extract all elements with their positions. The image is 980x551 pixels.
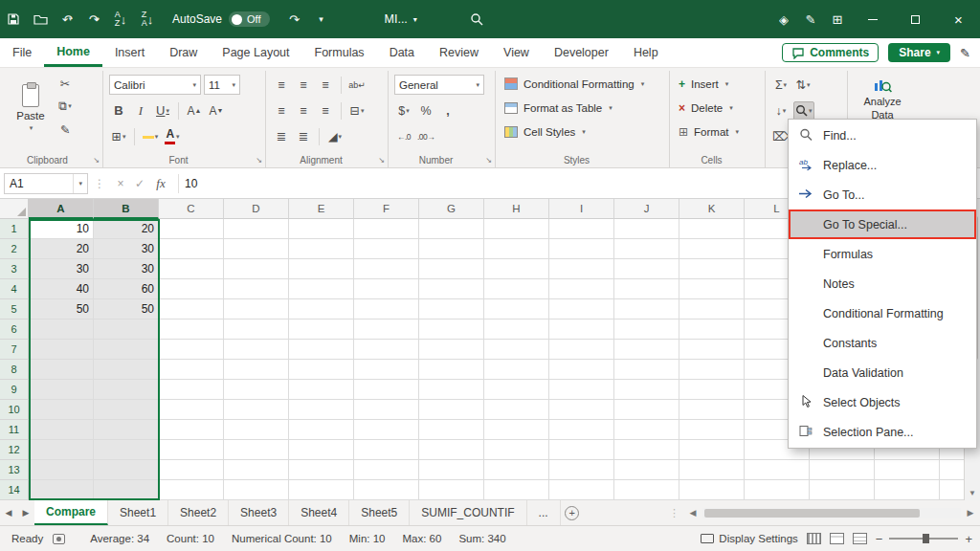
minimize-button[interactable] <box>851 0 894 38</box>
cell-A4[interactable]: 40 <box>29 279 94 299</box>
cell-H9[interactable] <box>484 380 549 400</box>
horizontal-scroll-thumb[interactable] <box>704 509 920 518</box>
autosave-toggle[interactable]: AutoSave Off <box>172 11 270 27</box>
cell-C11[interactable] <box>159 420 224 440</box>
cell-A3[interactable]: 30 <box>29 259 94 279</box>
cell-G11[interactable] <box>419 420 484 440</box>
cell-G3[interactable] <box>419 259 484 279</box>
cell-A2[interactable]: 20 <box>29 239 94 259</box>
fill-button[interactable]: ↓▾ <box>771 101 791 121</box>
formula-input[interactable]: 10 <box>185 177 197 190</box>
cell-K13[interactable] <box>679 460 745 480</box>
cell-F14[interactable] <box>354 480 419 500</box>
cell-B6[interactable] <box>94 320 159 340</box>
cell-G7[interactable] <box>419 340 484 360</box>
tab-data[interactable]: Data <box>377 38 427 67</box>
tab-view[interactable]: View <box>491 38 542 67</box>
cell-H11[interactable] <box>484 420 549 440</box>
cell-B4[interactable]: 60 <box>94 279 159 299</box>
scroll-right-icon[interactable]: ▶ <box>963 508 978 518</box>
cell-K9[interactable] <box>679 380 745 400</box>
cell-D3[interactable] <box>224 259 289 279</box>
cell-H10[interactable] <box>484 400 549 420</box>
cell-K6[interactable] <box>679 320 745 340</box>
status-stat-4[interactable]: Max: 60 <box>402 533 441 544</box>
cell-A12[interactable] <box>29 440 94 460</box>
sheet-tab-sheet1[interactable]: Sheet1 <box>108 500 168 525</box>
cell-G13[interactable] <box>419 460 484 480</box>
cell-C6[interactable] <box>159 320 224 340</box>
cell-E9[interactable] <box>289 380 354 400</box>
cell-G4[interactable] <box>419 279 484 299</box>
align-left-button[interactable]: ≡ <box>272 101 291 121</box>
cell-K10[interactable] <box>679 400 745 420</box>
zoom-slider[interactable] <box>889 538 958 540</box>
cell-H14[interactable] <box>484 480 549 500</box>
increase-font-size-button[interactable]: A▲ <box>185 101 204 121</box>
cell-C8[interactable] <box>159 360 224 380</box>
cell-C2[interactable] <box>159 239 224 259</box>
cell-D8[interactable] <box>224 360 289 380</box>
analyze-data-button[interactable]: Analyze Data <box>854 72 911 122</box>
cell-E11[interactable] <box>289 420 354 440</box>
status-stat-2[interactable]: Numerical Count: 10 <box>232 533 332 544</box>
cell-E2[interactable] <box>289 239 354 259</box>
page-break-view-button[interactable] <box>853 533 867 544</box>
menu-item-conditional-formatting[interactable]: Conditional Formatting <box>789 298 976 328</box>
cell-N13[interactable] <box>875 460 940 480</box>
cell-D6[interactable] <box>224 320 289 340</box>
cell-I12[interactable] <box>549 440 614 460</box>
splitter-handle-icon[interactable]: ⋮ <box>669 507 679 519</box>
column-header-a[interactable]: A <box>29 199 94 219</box>
cell-H1[interactable] <box>484 219 549 239</box>
row-header-6[interactable]: 6 <box>0 320 29 340</box>
cell-J13[interactable] <box>614 460 679 480</box>
menu-item-selection-pane[interactable]: Selection Pane... <box>789 417 976 447</box>
cell-M13[interactable] <box>810 460 875 480</box>
comments-button[interactable]: Comments <box>782 43 879 62</box>
save-icon[interactable] <box>0 0 27 38</box>
column-header-d[interactable]: D <box>224 199 289 219</box>
cell-E14[interactable] <box>289 480 354 500</box>
copy-button[interactable]: ⧉▾ <box>56 95 75 118</box>
menu-item-replace[interactable]: abReplace... <box>789 150 976 180</box>
cell-E7[interactable] <box>289 340 354 360</box>
confirm-entry-icon[interactable]: ✓ <box>130 177 149 190</box>
cell-F5[interactable] <box>354 299 419 320</box>
row-header-11[interactable]: 11 <box>0 420 29 440</box>
column-header-k[interactable]: K <box>679 199 745 219</box>
font-size-select[interactable]: 11 ▾ <box>204 75 240 95</box>
increase-decimal-button[interactable]: ←.0 <box>394 127 413 146</box>
cell-C5[interactable] <box>159 299 224 320</box>
cell-I8[interactable] <box>549 360 614 380</box>
cell-I6[interactable] <box>549 320 614 340</box>
column-header-e[interactable]: E <box>289 199 354 219</box>
normal-view-button[interactable] <box>807 533 821 544</box>
accounting-format-button[interactable]: $▾ <box>394 101 413 121</box>
cell-C9[interactable] <box>159 380 224 400</box>
cell-D12[interactable] <box>224 440 289 460</box>
cell-G6[interactable] <box>419 320 484 340</box>
cell-I14[interactable] <box>549 480 614 500</box>
column-header-c[interactable]: C <box>159 199 224 219</box>
cell-I7[interactable] <box>549 340 614 360</box>
cell-C10[interactable] <box>159 400 224 420</box>
decrease-decimal-button[interactable]: .00→ <box>416 127 435 146</box>
menu-item-go-to[interactable]: Go To... <box>789 180 976 209</box>
cell-H12[interactable] <box>484 440 549 460</box>
cell-E1[interactable] <box>289 219 354 239</box>
number-format-select[interactable]: General ▾ <box>394 75 484 95</box>
panel-grid-icon[interactable]: ⊞ <box>824 0 851 38</box>
cancel-entry-icon[interactable]: × <box>111 177 130 190</box>
cell-B8[interactable] <box>94 360 159 380</box>
cell-D1[interactable] <box>224 219 289 239</box>
row-header-14[interactable]: 14 <box>0 480 29 500</box>
cell-L13[interactable] <box>745 460 810 480</box>
find-select-button[interactable]: ▾ <box>793 101 814 121</box>
cell-I4[interactable] <box>549 279 614 299</box>
cell-J6[interactable] <box>614 320 679 340</box>
row-header-4[interactable]: 4 <box>0 279 29 299</box>
column-header-h[interactable]: H <box>484 199 549 219</box>
sort-ascending-icon[interactable]: AZ↓ <box>107 0 134 38</box>
cell-A6[interactable] <box>29 320 94 340</box>
